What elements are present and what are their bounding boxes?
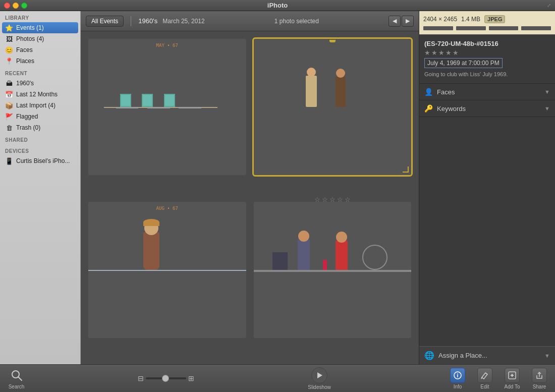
photo-cell-1[interactable]: MAY • 67 bbox=[88, 39, 246, 175]
sidebar-item-places[interactable]: 📍 Places bbox=[0, 55, 80, 67]
info-bars bbox=[423, 26, 551, 30]
photo-filesize: 1.4 MB bbox=[461, 16, 480, 23]
album-title: 1960's bbox=[138, 17, 157, 25]
nav-prev-button[interactable]: ◀ bbox=[388, 16, 401, 27]
photo-date[interactable]: July 4, 1969 at 7:00:00 PM bbox=[424, 58, 503, 68]
info-button[interactable]: i Info bbox=[445, 366, 471, 391]
photo-wrapper-3: AUG • 67 bbox=[88, 202, 246, 357]
star-rating-1[interactable]: ★ bbox=[424, 49, 430, 57]
sidebar-item-flagged[interactable]: 🚩 Flagged bbox=[0, 111, 80, 122]
chair-group bbox=[272, 252, 288, 270]
iphone-icon: 📱 bbox=[5, 157, 13, 165]
window3 bbox=[179, 107, 201, 108]
star-rating-2[interactable]: ★ bbox=[431, 49, 437, 57]
add-to-button[interactable]: Add To bbox=[499, 366, 525, 391]
keywords-accordion-header[interactable]: 🔑 Keywords ▼ bbox=[419, 100, 555, 117]
sidebar-item-flagged-label: Flagged bbox=[16, 113, 38, 120]
sidebar-item-last12[interactable]: 📅 Last 12 Months bbox=[0, 89, 80, 100]
zoom-thumb[interactable] bbox=[162, 375, 169, 382]
photo-date-stamp-1: MAY • 67 bbox=[156, 43, 178, 48]
all-events-button[interactable]: All Events bbox=[86, 16, 124, 27]
window2 bbox=[147, 107, 170, 108]
shared-section-header: SHARED bbox=[0, 133, 80, 144]
share-icon bbox=[532, 368, 547, 383]
assign-place-button[interactable]: 🌐 Assign a Place... ▼ bbox=[419, 346, 555, 364]
info-top: 2404 × 2465 1.4 MB JPEG bbox=[419, 11, 555, 35]
window-title: iPhoto bbox=[267, 2, 288, 9]
photo-cell-4[interactable] bbox=[254, 202, 412, 338]
svg-line-6 bbox=[481, 377, 482, 379]
right-panel: 2404 × 2465 1.4 MB JPEG (ES-720-UM-48b-#… bbox=[419, 11, 555, 364]
maximize-button[interactable] bbox=[21, 3, 27, 9]
man2-head bbox=[336, 232, 347, 243]
building-top bbox=[88, 270, 246, 271]
photo-cell-2[interactable] bbox=[254, 39, 412, 175]
globe-icon: 🌐 bbox=[424, 351, 434, 360]
nav-next-button[interactable]: ▶ bbox=[402, 16, 414, 27]
sidebar-item-photos[interactable]: 🖼 Photos (4) bbox=[0, 33, 80, 44]
chair3 bbox=[164, 94, 175, 107]
photo-info: (ES-720-UM-48b-#01516 ★ ★ ★ ★ ★ July 4, … bbox=[419, 35, 555, 84]
head2 bbox=[336, 69, 345, 78]
action-buttons: i Info Edit bbox=[445, 366, 552, 391]
search-button[interactable]: Search bbox=[3, 365, 30, 391]
keywords-accordion: 🔑 Keywords ▼ bbox=[419, 100, 555, 117]
sidebar: LIBRARY ⭐ Events (1) 🖼 Photos (4) 😊 Face… bbox=[0, 11, 81, 364]
photo-cell-3[interactable]: AUG • 67 bbox=[88, 202, 246, 338]
sidebar-item-faces-label: Faces bbox=[16, 46, 33, 53]
sidebar-item-last12-label: Last 12 Months bbox=[16, 91, 58, 98]
add-to-icon bbox=[505, 368, 520, 383]
toolbar: All Events 1960's March 25, 2012 1 photo… bbox=[81, 11, 419, 31]
zoom-track[interactable] bbox=[146, 377, 186, 379]
sidebar-item-1960s[interactable]: 🏔 1960's bbox=[0, 78, 80, 89]
photo-wrapper-1: MAY • 67 bbox=[88, 39, 246, 194]
share-button[interactable]: Share bbox=[526, 366, 552, 391]
titlebar: iPhoto ⤢ bbox=[0, 0, 555, 11]
photo-wrapper-4 bbox=[254, 202, 412, 357]
sidebar-item-lastimport-label: Last Import (4) bbox=[16, 102, 56, 109]
edit-button[interactable]: Edit bbox=[472, 366, 498, 391]
trash-icon: 🗑 bbox=[5, 124, 13, 132]
head1 bbox=[307, 68, 316, 77]
photo-stars-row[interactable]: ★ ★ ★ ★ ★ bbox=[424, 49, 550, 57]
sidebar-item-faces[interactable]: 😊 Faces bbox=[0, 44, 80, 55]
sidebar-item-events[interactable]: ⭐ Events (1) bbox=[2, 22, 78, 33]
slideshow-button[interactable]: Slideshow bbox=[302, 366, 337, 391]
faces-accordion-header[interactable]: 👤 Faces ▼ bbox=[419, 84, 555, 100]
faces-chevron-icon: ▼ bbox=[544, 89, 550, 95]
bottom-bar: Search ⊟ ⊞ Slideshow i Info bbox=[0, 364, 555, 392]
person2 bbox=[336, 77, 346, 107]
sidebar-item-trash-label: Trash (0) bbox=[16, 124, 40, 131]
sidebar-item-lastimport[interactable]: 📦 Last Import (4) bbox=[0, 100, 80, 111]
star-rating-4[interactable]: ★ bbox=[446, 49, 452, 57]
recent-section-header: RECENT bbox=[0, 67, 80, 78]
dimensions-row: 2404 × 2465 1.4 MB JPEG bbox=[423, 15, 551, 23]
toolbar-date: March 25, 2012 bbox=[162, 18, 204, 25]
lastimport-icon: 📦 bbox=[5, 101, 13, 109]
events-icon: ⭐ bbox=[5, 24, 13, 32]
man1 bbox=[298, 240, 310, 270]
trailer bbox=[104, 107, 217, 108]
keywords-accordion-label: Keywords bbox=[437, 105, 540, 113]
zoom-in-icon: ⊞ bbox=[188, 374, 194, 382]
assign-place-label: Assign a Place... bbox=[438, 352, 540, 359]
sidebar-item-iphone[interactable]: 📱 Curtis Bisel's iPho... bbox=[0, 155, 80, 166]
close-button[interactable] bbox=[4, 3, 10, 9]
corner-fold bbox=[403, 166, 409, 173]
man2 bbox=[336, 241, 348, 270]
zoom-group: ⊟ ⊞ bbox=[138, 374, 194, 382]
sidebar-item-1960s-label: 1960's bbox=[16, 80, 34, 87]
minimize-button[interactable] bbox=[13, 3, 19, 9]
faces-accordion-icon: 👤 bbox=[424, 88, 433, 96]
resize-icon[interactable]: ⤢ bbox=[547, 3, 551, 8]
search-icon bbox=[9, 367, 25, 383]
info-label: Info bbox=[454, 384, 462, 389]
star-rating-5[interactable]: ★ bbox=[453, 49, 459, 57]
bar4 bbox=[521, 26, 551, 30]
svg-text:i: i bbox=[457, 373, 459, 378]
star-rating-3[interactable]: ★ bbox=[438, 49, 445, 57]
share-label: Share bbox=[533, 384, 546, 389]
photo-wrapper-2: ☆ ☆ ☆ ☆ ☆ bbox=[254, 39, 412, 194]
bar3 bbox=[489, 26, 519, 30]
sidebar-item-trash[interactable]: 🗑 Trash (0) bbox=[0, 122, 80, 133]
